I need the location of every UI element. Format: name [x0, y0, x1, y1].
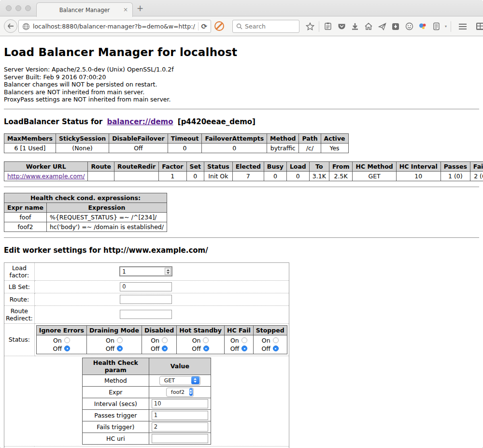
bookmark-star-icon[interactable]: [303, 22, 317, 31]
interval-cell: [149, 398, 211, 409]
off-label: Off: [192, 345, 200, 352]
content-blocked-icon[interactable]: [214, 21, 224, 31]
fails-input[interactable]: [152, 422, 208, 432]
window-zoom-button[interactable]: [25, 5, 31, 11]
status-stopped: On Off: [253, 335, 287, 354]
search-input[interactable]: [245, 23, 293, 30]
new-tab-button[interactable]: +: [137, 4, 143, 13]
form-row-lb-set: LB Set:: [4, 280, 289, 293]
status-radio-row: On Off On Off On Off: [36, 335, 287, 354]
column-header: Hot Standby: [177, 325, 225, 335]
column-header: Set: [186, 161, 204, 171]
on-label: On: [151, 337, 159, 344]
container-caret-icon[interactable]: ▾: [443, 24, 449, 29]
method-select[interactable]: GET: [159, 376, 200, 385]
server-built-line: Server Built: Feb 9 2016 07:00:20: [4, 73, 479, 81]
cell-from: 2.5K: [329, 171, 353, 181]
interval-input[interactable]: [152, 399, 208, 408]
method-select-value: GET: [164, 377, 175, 384]
health-row-hc-uri: HC uri: [82, 433, 211, 444]
pocket-icon[interactable]: [335, 23, 348, 30]
window-close-button[interactable]: [6, 5, 12, 11]
route-redirect-input[interactable]: [120, 310, 172, 319]
cell-worker-url: http://www.example.com/: [4, 171, 88, 181]
tab-close-icon[interactable]: ×: [123, 6, 128, 13]
url-bar[interactable]: localhost:8880/balancer-manager?b=demo&w…: [18, 20, 211, 33]
route-input[interactable]: [120, 295, 172, 304]
reading-list-icon[interactable]: [321, 22, 335, 30]
persist-notice-line: Balancer changes will NOT be persisted o…: [4, 81, 479, 88]
column-header: From: [329, 161, 353, 171]
radio-hc-fail-on[interactable]: [242, 337, 247, 343]
radio-ignore-errors-off[interactable]: [64, 346, 70, 351]
extension-download-icon[interactable]: [389, 23, 402, 30]
radio-disabled-off[interactable]: [162, 346, 168, 351]
worker-url-link[interactable]: http://www.example.com/: [7, 173, 85, 180]
toolbar-separator: [319, 21, 319, 32]
search-bar[interactable]: [232, 20, 299, 33]
balancer-params-table: MaxMembers StickySession DisableFailover…: [4, 133, 349, 153]
page-title: Load Balancer Manager for localhost: [4, 46, 479, 58]
menu-hamburger-icon[interactable]: [456, 23, 469, 30]
hc-uri-label: HC uri: [82, 433, 149, 444]
download-icon[interactable]: [348, 23, 362, 30]
radio-hot-standby-off[interactable]: [203, 346, 209, 351]
off-label: Off: [151, 345, 159, 352]
health-row-fails: Fails trigger): [82, 421, 211, 433]
radio-hot-standby-on[interactable]: [203, 337, 209, 343]
home-icon[interactable]: [362, 22, 375, 30]
radio-disabled-on[interactable]: [162, 337, 168, 343]
navigation-toolbar: localhost:8880/balancer-manager?b=demo&w…: [0, 16, 483, 36]
lb-set-input[interactable]: [120, 282, 172, 291]
radio-ignore-errors-on[interactable]: [64, 337, 70, 343]
cell-passes: 1 (0): [440, 171, 470, 181]
tile-view-icon[interactable]: [473, 22, 483, 30]
reload-icon[interactable]: ⟳: [201, 22, 207, 31]
on-label: On: [262, 337, 270, 344]
radio-draining-mode-on[interactable]: [117, 337, 123, 343]
cell-expr-name: foof2: [4, 222, 47, 231]
load-factor-input[interactable]: [120, 267, 164, 275]
cell-route: [88, 171, 114, 181]
radio-draining-mode-off[interactable]: [117, 346, 123, 351]
expr-label: Expr: [82, 386, 149, 398]
hc-uri-cell: [149, 433, 211, 444]
send-tab-icon[interactable]: [375, 23, 389, 30]
balancer-demo-link[interactable]: balancer://demo: [107, 117, 173, 126]
urlbar-divider: [198, 22, 199, 30]
cell-expr-name: foof: [4, 212, 47, 222]
radio-stopped-on[interactable]: [273, 337, 279, 343]
column-header: To: [309, 161, 329, 171]
hc-uri-input[interactable]: [152, 434, 208, 443]
column-header: Fails: [470, 161, 483, 171]
search-icon: [236, 23, 242, 29]
route-redirect-cell: [34, 305, 289, 323]
cell-routeredir: [114, 171, 159, 181]
expr-select[interactable]: foof2: [166, 388, 194, 397]
back-button[interactable]: [4, 19, 17, 33]
cell-active: Yes: [321, 143, 348, 153]
window-minimize-button[interactable]: [15, 5, 21, 11]
url-text[interactable]: localhost:8880/balancer-manager?b=demo&w…: [33, 23, 195, 30]
column-header: Route: [88, 161, 114, 171]
radio-hc-fail-off[interactable]: [242, 346, 247, 351]
cell-expression: hc('body') =~ /domain is established/: [46, 222, 167, 231]
globe-icon: [22, 23, 30, 30]
back-arrow-icon: [7, 23, 14, 29]
radio-stopped-off[interactable]: [273, 346, 279, 351]
load-factor-label: Load factor:: [4, 262, 35, 280]
feedback-smiley-icon[interactable]: [402, 22, 416, 30]
expression-row: foof %{REQUEST_STATUS} =~ /^[234]/: [4, 212, 167, 222]
cell-fails: 2 (0): [470, 171, 483, 181]
status-ignore-errors: On Off: [36, 335, 86, 354]
colored-dots-icon[interactable]: [416, 22, 429, 30]
container-icon[interactable]: [429, 22, 443, 30]
table-header-row: Health Check param Value: [82, 358, 211, 375]
tab-balancer-manager[interactable]: Balancer Manager ×: [36, 2, 133, 17]
table-header-row: Expr name Expression: [4, 202, 167, 212]
method-label: Method: [82, 375, 149, 386]
cell-hc-interval: 10: [396, 171, 440, 181]
number-spinner-icon[interactable]: [165, 268, 171, 275]
passes-input[interactable]: [152, 411, 208, 420]
cell-load: 0: [286, 171, 309, 181]
